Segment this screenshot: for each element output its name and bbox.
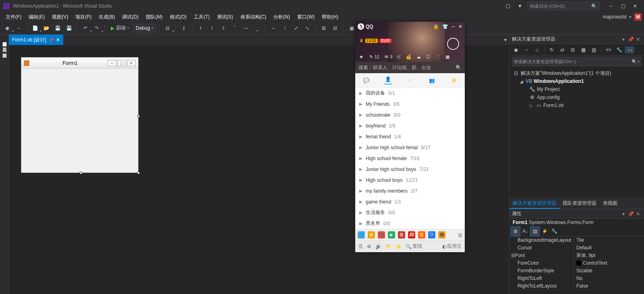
menu-debug[interactable]: 调试(D) [119,13,142,21]
qq-tab-contacts-icon[interactable]: 👤 [384,76,392,84]
qq-group-item[interactable]: ▶Junior high school boys7/21 [355,164,465,175]
qq-tab-plugins-icon[interactable]: ⌘ [450,76,458,84]
collapse-icon[interactable]: ⊟ [569,47,577,53]
menu-file[interactable]: 文件(F) [2,13,25,21]
app-jd-icon[interactable]: JD [408,231,415,238]
redo-button[interactable]: ↷ [92,23,101,33]
properties-view-icon[interactable]: ▤ [530,227,539,236]
property-row[interactable]: RightToLeftNo [509,275,644,282]
qq-menu-icon[interactable]: ☰ [358,244,363,249]
qq-zone-icon[interactable]: ★ [358,54,364,60]
hspacing-button[interactable]: ↔ [269,23,278,33]
qq-group-item[interactable]: ▶生活服务0/0 [355,207,465,218]
user-account[interactable]: majorworld ▼ M [603,13,642,21]
align-right-button[interactable]: ⫴ [218,23,228,33]
pin-icon[interactable]: 📌 [49,38,54,42]
menu-test[interactable]: 测试(S) [214,13,236,21]
menu-view[interactable]: 视图(V) [49,13,71,21]
vspacing-button[interactable]: ↕ [280,23,290,33]
qq-close-icon[interactable]: ✕ [458,24,462,29]
qq-group-item[interactable]: ▶High school female7/16 [355,153,465,164]
qq-music-icon[interactable]: 🎵 [435,54,441,60]
panel-dropdown-icon[interactable]: ▾ [620,37,627,42]
property-row[interactable]: ForeColorControlText [509,259,644,267]
qq-appstore-button[interactable]: ◐应用宝 [442,243,462,250]
menu-help[interactable]: 帮助(H) [319,13,342,21]
categorized-icon[interactable]: ⊞ [511,227,520,236]
start-debug-button[interactable]: ▶ 启动 ▾ [108,23,131,33]
props-object-selector[interactable]: Form1 System.Windows.Forms.Form [509,219,644,226]
save-all-button[interactable]: 💾 [64,23,74,33]
config-dropdown[interactable]: Debug ▾ [133,24,156,33]
quick-launch-input[interactable]: 快速启动 (Ctrl+Q) 🔍 [527,2,600,10]
menu-analyze[interactable]: 分析(N) [270,13,293,21]
tab-classview[interactable]: 类视图 [600,199,621,209]
feedback-icon[interactable]: ▼ [515,1,525,11]
app-browser-icon[interactable]: 🌐 [358,231,365,238]
align-btn-1[interactable]: ⫿ [179,23,189,33]
tab-close-icon[interactable]: ✕ [56,37,60,43]
qq-wallet-icon[interactable]: 💰 [406,54,412,60]
property-row[interactable]: BackgroundImageLayoutTile [509,236,644,244]
showall-icon[interactable]: ▦ [579,47,587,53]
open-button[interactable]: 📂 [41,23,51,33]
qq-group-item[interactable]: ▶My Friends3/6 [355,99,465,109]
app-grid-icon[interactable]: ▦ [458,232,462,238]
solexp-search[interactable]: 搜索解决方案资源管理器(Ctrl+;) 🔍 ▾ [512,57,642,66]
tab-solexp[interactable]: 解决方案资源管理器 [509,199,559,209]
maximize-button[interactable]: ▢ [617,2,629,10]
property-row[interactable]: ⊞Font宋体, 9pt [509,252,644,259]
resize-handle-e[interactable] [137,115,140,117]
tree-item-appconfig[interactable]: ⚙ App.config [509,93,644,101]
menu-arch[interactable]: 体系结构(C) [237,13,270,21]
qq-fav-icon[interactable]: ⭐ [396,244,402,249]
center-h-button[interactable]: ⊞ [319,23,329,33]
back-icon[interactable]: ◉ [512,47,520,53]
property-pages-icon[interactable]: 🔧 [550,227,559,236]
property-value[interactable]: False [574,283,644,289]
resize-handle-se[interactable] [137,172,140,174]
qq-group-item[interactable]: ▶femal friend1/4 [355,131,465,142]
menu-team[interactable]: 团队(M) [143,13,166,21]
align-center-button[interactable]: ⫲ [207,23,217,33]
panel-close-icon[interactable]: ✕ [634,211,642,217]
qq-mail-count[interactable]: ✉3 [383,54,392,60]
winform-designer[interactable]: Form1 ─ ▢ ✕ [21,57,139,173]
app-lottery-icon[interactable]: 彩 [418,231,425,238]
undo-button[interactable]: ↶ [81,23,90,33]
property-value[interactable]: ControlText [574,260,644,266]
expand-icon[interactable]: ▷ [529,103,534,108]
save-button[interactable]: 💾 [53,23,62,33]
property-value[interactable]: Tile [574,237,644,243]
center-v-button[interactable]: ⊟ [330,23,340,33]
align-left-button[interactable]: ⫳ [196,23,205,33]
qq-lock-icon[interactable]: 🔒 [433,24,439,29]
layout-btn-1[interactable]: ⊟ [163,23,172,33]
qq-group-item[interactable]: ▶my family members2/7 [355,185,465,196]
preview-icon[interactable]: ▭ [625,47,634,53]
qq-cart-icon[interactable]: 🛒 [396,54,402,60]
align-middle-button[interactable]: — [241,23,251,33]
code-icon[interactable]: <> [605,47,613,53]
qq-find-button[interactable]: 🔍查找 [406,243,422,250]
refresh-icon[interactable]: ↻ [548,47,556,53]
tree-item-form1[interactable]: ▷ ▭ Form1.vb [509,101,644,109]
app-game-icon[interactable]: 🎮 [378,231,385,238]
app-shield-icon[interactable]: 🛡 [428,231,435,238]
menu-format[interactable]: 格式(O) [167,13,190,21]
home-icon[interactable]: ⌂ [533,47,541,53]
new-project-button[interactable]: 📄 [30,23,40,33]
menu-project[interactable]: 项目(P) [72,13,95,21]
notification-icon[interactable]: ▢ [503,1,513,11]
qq-search-input[interactable]: 搜索：联系人、讨论组、群、企业 🔍 [355,62,465,73]
design-icon[interactable]: 🔧 [615,47,623,53]
minimize-button[interactable]: ─ [605,2,617,10]
qq-tab-favorites-icon[interactable]: ☆ [406,76,414,84]
qq-cloud-icon[interactable]: ☁ [416,54,421,60]
back-button[interactable]: ◉ [2,23,12,33]
qq-window[interactable]: 🐧 QQ 🔒 👕 ─ ✕ ♛ LV10 SVIP ★ ✎11 ✉3 🛒 💰 ☁ … [355,22,465,252]
menu-build[interactable]: 生成(B) [95,13,118,21]
document-tab-form1[interactable]: Form1.vb [设计] 📌 ✕ [9,35,63,45]
forward-button[interactable]: → [14,23,23,33]
tab-options-icon[interactable]: ▾ [502,37,509,43]
